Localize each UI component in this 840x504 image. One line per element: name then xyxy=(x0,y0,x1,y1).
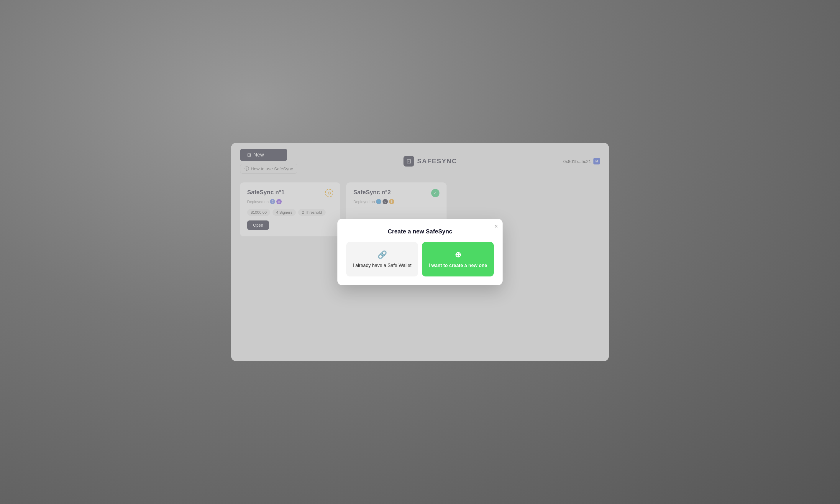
overlay: × Create a new SafeSync 🔗 I already have… xyxy=(231,143,609,361)
option-existing-button[interactable]: 🔗 I already have a Safe Wallet xyxy=(346,242,418,276)
app-window: ⊞ New ⓘ How to use SafeSync ⊡ SAFESYNC 0… xyxy=(231,143,609,361)
option-new-label: I want to create a new one xyxy=(428,263,487,268)
modal-close-button[interactable]: × xyxy=(494,223,498,229)
link-icon: 🔗 xyxy=(378,250,387,259)
modal-options: 🔗 I already have a Safe Wallet ⊕ I want … xyxy=(346,242,494,276)
option-existing-label: I already have a Safe Wallet xyxy=(353,263,412,268)
modal-title: Create a new SafeSync xyxy=(346,228,494,235)
option-new-button[interactable]: ⊕ I want to create a new one xyxy=(422,242,494,276)
plus-circle-icon: ⊕ xyxy=(455,250,461,259)
modal: × Create a new SafeSync 🔗 I already have… xyxy=(337,219,503,285)
